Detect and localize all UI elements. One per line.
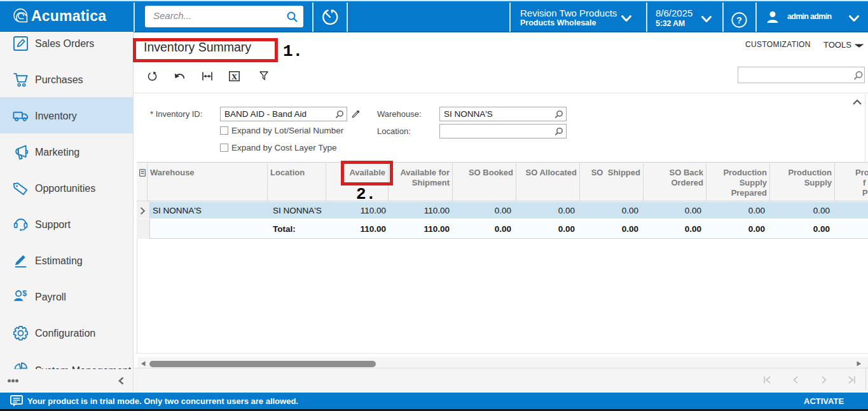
svg-text:?: ? [736,15,742,25]
svg-text:X: X [231,72,237,81]
svg-text:$: $ [22,289,27,298]
